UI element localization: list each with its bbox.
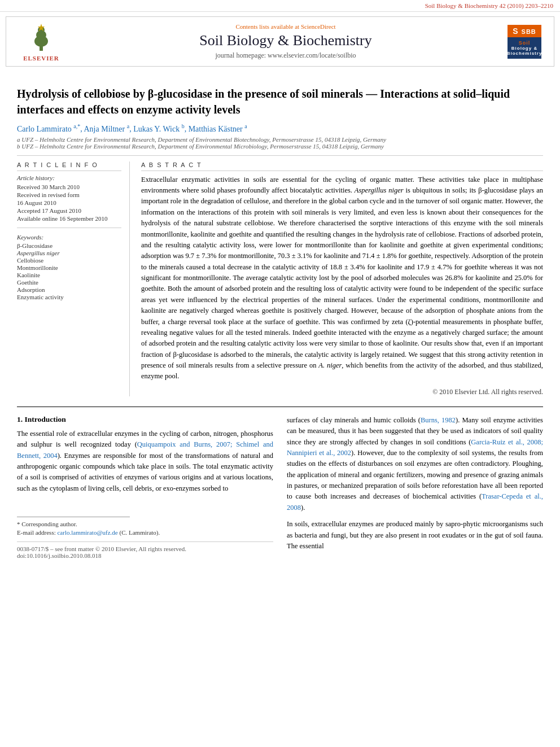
article-info-col: A R T I C L E I N F O Article history: R… [17,161,130,396]
journal-footer: 0038-0717/$ – see front matter © 2010 El… [17,541,273,559]
abstract-label: A B S T R A C T [141,161,543,171]
journal-header: ELSEVIER Contents lists available at Sci… [6,16,554,67]
keyword-8: Enzymatic activity [17,294,121,300]
keyword-4: Montmorillonite [17,264,121,271]
keyword-7: Adsorption [17,286,121,293]
corresponding-note: * Corresponding author. [17,521,273,527]
affiliation-b: b UFZ – Helmholtz Centre for Environment… [17,143,543,150]
sciencedirect-brand[interactable]: ScienceDirect [301,23,336,30]
body-left-text: The essential role of extracellular enzy… [17,429,273,494]
body-content: 1. Introduction The essential role of ex… [17,407,543,559]
keyword-1: β-Glucosidase [17,242,121,249]
info-divider [17,228,121,228]
journal-center-info: Contents lists available at ScienceDirec… [69,23,502,60]
journal-logo-right: S SBB Soil Biology & Biochemistry [502,25,547,59]
section-1-number: 1. [17,415,23,423]
issn-line: 0038-0717/$ – see front matter © 2010 El… [17,545,273,552]
journal-ref-text: Soil Biology & Biochemistry 42 (2010) 22… [425,2,553,9]
copyright-notice: © 2010 Elsevier Ltd. All rights reserved… [141,388,543,396]
journal-logo-box: S SBB Soil Biology & Biochemistry [508,25,541,59]
elsevier-wordmark: ELSEVIER [23,55,59,62]
sbb-logo-letters: S [513,27,518,36]
article-history: Article history: Received 30 March 2010 … [17,174,121,222]
accepted-date: Accepted 17 August 2010 [17,207,121,214]
logo-bio: Biology & [511,46,537,51]
section-1-heading: 1. Introduction [17,415,273,424]
elsevier-logo: ELSEVIER [13,21,69,62]
a-niger-italic: A. niger [318,361,342,369]
footer-area: * Corresponding author. E-mail address: … [17,517,273,559]
body-right-text: surfaces of clay minerals and humic coll… [287,415,543,513]
email-name: (C. Lammirato). [119,529,160,536]
contents-list-text: Contents lists available at [235,23,300,30]
affiliation-a: a UFZ – Helmholtz Centre for Environment… [17,136,543,143]
affiliations-block: a UFZ – Helmholtz Centre for Environment… [17,136,543,150]
abstract-text: Extracellular enzymatic activities in so… [141,174,543,382]
authors-text: Carlo Lammirato a,*, Anja Miltner a, Luk… [17,125,247,133]
body-right-text-2: In soils, extracellular enzymes are prod… [287,519,543,552]
keyword-3: Cellobiose [17,257,121,264]
main-content: Hydrolysis of cellobiose by β-glucosidas… [0,71,560,570]
paper-title-text: Hydrolysis of cellobiose by β-glucosidas… [17,88,510,116]
received-revised-date: 16 August 2010 [17,199,121,206]
ref-burns[interactable]: Burns, 1982 [421,416,456,424]
history-label: Article history: [17,174,121,181]
ref-garcia-ruiz[interactable]: Garcia-Ruiz et al., 2008; Nannipieri et … [287,438,543,457]
article-info-label: A R T I C L E I N F O [17,161,121,171]
aspergillus-italic: Aspergillus niger [355,186,404,194]
logo-soil: Soil [519,40,531,46]
keyword-2: Aspergillus niger [17,250,121,256]
received-revised-label: Received in revised form [17,191,121,198]
body-two-col: 1. Introduction The essential role of ex… [17,415,543,559]
journal-reference-bar: Soil Biology & Biochemistry 42 (2010) 22… [0,0,560,12]
journal-title: Soil Biology & Biochemistry [75,32,496,49]
footer-divider [17,517,130,517]
keywords-block: Keywords: β-Glucosidase Aspergillus nige… [17,234,121,300]
footer-text: * Corresponding author. E-mail address: … [17,521,273,536]
ref-quiquampoix[interactable]: Quiquampoix and Burns, 2007; Schimel and… [17,440,273,459]
section-1-title: Introduction [25,415,66,423]
sciencedirect-line: Contents lists available at ScienceDirec… [75,23,496,30]
paper-title: Hydrolysis of cellobiose by β-glucosidas… [17,86,543,117]
body-right-col: surfaces of clay minerals and humic coll… [287,415,543,559]
doi-line: doi:10.1016/j.soilbio.2010.08.018 [17,552,273,559]
article-info-abstract: A R T I C L E I N F O Article history: R… [17,161,543,396]
abstract-col: A B S T R A C T Extracellular enzymatic … [141,161,543,396]
sbb-logo-letters2: SBB [522,28,536,35]
ref-trasar[interactable]: Trasar-Cepeda et al., 2008 [287,492,543,511]
received-date: Received 30 March 2010 [17,184,121,190]
journal-homepage-text: journal homepage: www.elsevier.com/locat… [75,51,496,60]
author-email[interactable]: carlo.lammirato@ufz.de [57,529,117,536]
keywords-label: Keywords: [17,234,121,241]
logo-biochem: Biochemistry [507,51,542,56]
email-note: E-mail address: carlo.lammirato@ufz.de (… [17,529,273,536]
header-divider [17,155,543,156]
email-label: E-mail address: [17,529,57,536]
body-left-col: 1. Introduction The essential role of ex… [17,415,273,559]
available-online: Available online 16 September 2010 [17,215,121,222]
keyword-6: Goethite [17,279,121,286]
elsevier-tree-icon [21,21,61,53]
authors-line: Carlo Lammirato a,*, Anja Miltner a, Luk… [17,123,543,134]
keyword-5: Kaolinite [17,272,121,278]
